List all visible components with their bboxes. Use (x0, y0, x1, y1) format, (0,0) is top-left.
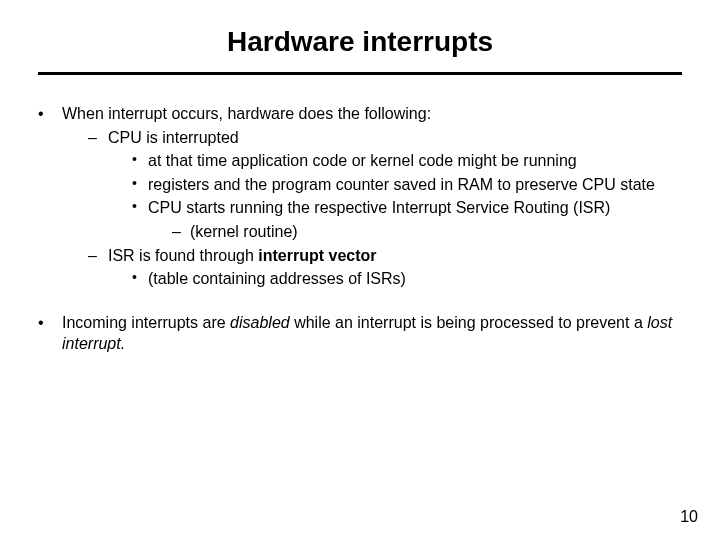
b2-em1: disabled (230, 314, 290, 331)
bullet-1: When interrupt occurs, hardware does the… (38, 103, 682, 290)
bullet-1-sublist: CPU is interrupted at that time applicat… (62, 127, 682, 290)
b1-d2-pre: ISR is found through (108, 247, 258, 264)
b1-d2: ISR is found through interrupt vector (t… (88, 245, 682, 290)
b1-d1-s3-text: CPU starts running the respective Interr… (148, 199, 610, 216)
b2-pre: Incoming interrupts are (62, 314, 230, 331)
bullet-2: Incoming interrupts are disabled while a… (38, 312, 682, 355)
b1-d1-s2: registers and the program counter saved … (132, 174, 682, 196)
b1-d1-s3: CPU starts running the respective Interr… (132, 197, 682, 242)
slide-title: Hardware interrupts (38, 26, 682, 58)
b2-mid: while an interrupt is being processed to… (290, 314, 648, 331)
b1-d1: CPU is interrupted at that time applicat… (88, 127, 682, 243)
b1-d2-s1: (table containing addresses of ISRs) (132, 268, 682, 290)
b1-d1-sublist: at that time application code or kernel … (108, 150, 682, 242)
b1-d2-sublist: (table containing addresses of ISRs) (108, 268, 682, 290)
slide: Hardware interrupts When interrupt occur… (0, 0, 720, 540)
bullet-1-text: When interrupt occurs, hardware does the… (62, 105, 431, 122)
bullet-list: When interrupt occurs, hardware does the… (38, 103, 682, 355)
b1-d1-s3-a: (kernel routine) (172, 221, 682, 243)
page-number: 10 (680, 508, 698, 526)
slide-content: When interrupt occurs, hardware does the… (38, 103, 682, 355)
b1-d1-s1: at that time application code or kernel … (132, 150, 682, 172)
b1-d2-bold: interrupt vector (258, 247, 376, 264)
title-rule (38, 72, 682, 75)
b1-d1-s3-sublist: (kernel routine) (148, 221, 682, 243)
b1-d1-text: CPU is interrupted (108, 129, 239, 146)
